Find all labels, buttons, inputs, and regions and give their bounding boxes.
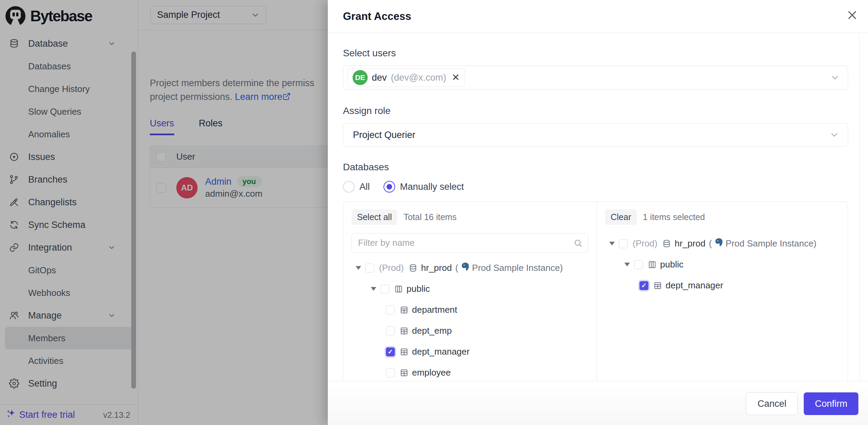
table-name: department bbox=[412, 305, 457, 315]
table-name: dept_emp bbox=[412, 325, 452, 336]
tree-row-public: public bbox=[352, 278, 588, 299]
modal-body: Select users DE dev (dev@x.com) ✕ Assign… bbox=[328, 33, 868, 381]
chevron-down-icon[interactable] bbox=[830, 72, 840, 83]
assign-role-label: Assign role bbox=[343, 105, 848, 116]
table-icon bbox=[400, 326, 409, 335]
selected-tree: (Prod)hr_prod(Prod Sample Instance)publi… bbox=[605, 233, 839, 296]
table-icon bbox=[400, 368, 409, 377]
tree-checkbox[interactable] bbox=[634, 260, 643, 269]
role-select[interactable]: Project Querier bbox=[343, 123, 848, 147]
tree-row-dept_manager: ✓dept_manager bbox=[605, 275, 839, 296]
transfer-source-panel: Select all Total 16 items (Prod)hr_prod(… bbox=[343, 202, 597, 381]
tree-row-hr_prod: (Prod)hr_prod(Prod Sample Instance) bbox=[352, 257, 588, 278]
tree-expand-arrow[interactable] bbox=[624, 263, 630, 266]
radio-manual-label: Manually select bbox=[400, 182, 464, 192]
modal-footer: Cancel Confirm bbox=[328, 381, 868, 425]
source-tree: (Prod)hr_prod(Prod Sample Instance)publi… bbox=[352, 257, 588, 381]
grant-access-modal: Grant Access Select users DE dev (dev@x.… bbox=[328, 0, 868, 425]
tree-checkbox[interactable]: ✓ bbox=[386, 347, 395, 356]
close-icon[interactable] bbox=[845, 8, 859, 22]
tree-checkbox[interactable] bbox=[386, 326, 395, 335]
database-icon bbox=[662, 239, 671, 248]
tree-expand-arrow[interactable] bbox=[609, 242, 615, 245]
filter-input-wrap bbox=[352, 233, 588, 253]
role-select-value: Project Querier bbox=[353, 130, 415, 140]
postgres-icon bbox=[714, 238, 724, 250]
modal-title: Grant Access bbox=[343, 10, 411, 23]
clear-button[interactable]: Clear bbox=[605, 209, 637, 225]
tree-checkbox[interactable] bbox=[380, 285, 389, 294]
instance-label: (Prod Sample Instance) bbox=[709, 238, 816, 250]
tree-row-employee: employee bbox=[352, 362, 588, 381]
tree-checkbox[interactable] bbox=[619, 239, 628, 248]
schema-name: public bbox=[660, 259, 683, 270]
database-transfer: Select all Total 16 items (Prod)hr_prod(… bbox=[343, 202, 848, 381]
radio-all-label: All bbox=[359, 182, 370, 192]
select-users-label: Select users bbox=[343, 48, 848, 59]
tree-checkbox[interactable] bbox=[386, 368, 395, 377]
environment-label: (Prod) bbox=[379, 263, 404, 273]
search-icon bbox=[574, 239, 582, 248]
schema-icon bbox=[394, 285, 403, 294]
tree-checkbox[interactable]: ✓ bbox=[639, 281, 648, 290]
radio-manually-select[interactable] bbox=[383, 181, 395, 193]
selected-count-label: 1 items selected bbox=[643, 212, 705, 222]
database-icon bbox=[409, 264, 418, 273]
chip-user-email: (dev@x.com) bbox=[391, 72, 446, 83]
chevron-down-icon bbox=[829, 130, 839, 140]
selected-user-chip: DE dev (dev@x.com) ✕ bbox=[347, 68, 465, 87]
select-all-button[interactable]: Select all bbox=[352, 209, 397, 225]
tree-row-dept_manager: ✓dept_manager bbox=[352, 341, 588, 362]
database-name: hr_prod bbox=[675, 238, 705, 249]
table-name: dept_manager bbox=[666, 280, 723, 291]
databases-label: Databases bbox=[343, 162, 848, 173]
transfer-selected-panel: Clear 1 items selected (Prod)hr_prod(Pro… bbox=[597, 202, 848, 381]
tree-row-public: public bbox=[605, 254, 839, 275]
tree-row-department: department bbox=[352, 299, 588, 320]
cancel-button[interactable]: Cancel bbox=[746, 392, 798, 415]
database-scope-radios: All Manually select bbox=[343, 181, 848, 193]
tree-row-dept_emp: dept_emp bbox=[352, 320, 588, 341]
modal-scrollbar-track[interactable] bbox=[859, 33, 860, 381]
instance-label: (Prod Sample Instance) bbox=[455, 262, 563, 274]
confirm-button[interactable]: Confirm bbox=[804, 392, 858, 415]
table-icon bbox=[400, 306, 409, 314]
chip-user-name: dev bbox=[372, 72, 387, 83]
schema-name: public bbox=[407, 284, 430, 294]
table-name: dept_manager bbox=[412, 346, 470, 357]
table-icon bbox=[653, 281, 662, 290]
modal-header: Grant Access bbox=[328, 0, 868, 33]
select-users-input[interactable]: DE dev (dev@x.com) ✕ bbox=[343, 66, 848, 90]
postgres-icon bbox=[460, 262, 470, 274]
tree-expand-arrow[interactable] bbox=[356, 266, 361, 270]
radio-all[interactable] bbox=[343, 181, 355, 193]
tree-checkbox[interactable] bbox=[386, 306, 395, 314]
table-name: employee bbox=[412, 367, 451, 378]
screen: Bytebase DatabaseDatabasesChange History… bbox=[0, 0, 868, 425]
tree-checkbox[interactable] bbox=[365, 264, 374, 273]
remove-user-icon[interactable]: ✕ bbox=[452, 73, 459, 82]
tree-expand-arrow[interactable] bbox=[371, 287, 376, 291]
environment-label: (Prod) bbox=[633, 238, 657, 249]
filter-input[interactable] bbox=[358, 238, 574, 248]
avatar: DE bbox=[353, 70, 368, 85]
table-icon bbox=[400, 347, 409, 356]
database-name: hr_prod bbox=[421, 263, 452, 273]
tree-row-hr_prod: (Prod)hr_prod(Prod Sample Instance) bbox=[605, 233, 839, 254]
modal-overlay[interactable] bbox=[0, 0, 328, 425]
total-items-label: Total 16 items bbox=[403, 212, 456, 222]
schema-icon bbox=[648, 260, 657, 269]
